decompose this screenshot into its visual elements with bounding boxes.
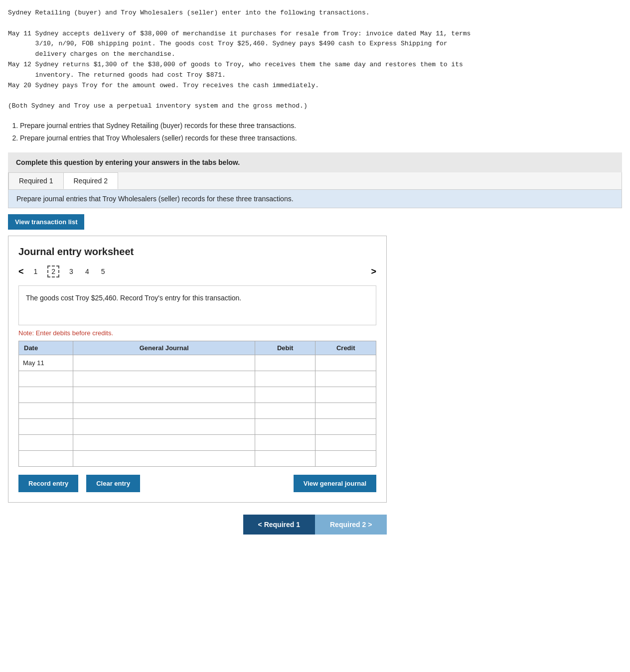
button-row: Record entry Clear entry View general jo… — [18, 475, 376, 492]
date-cell-6 — [19, 435, 73, 451]
journal-input-2[interactable] — [77, 375, 251, 383]
page-2[interactable]: 2 — [47, 266, 59, 277]
journal-cell-2[interactable] — [73, 371, 255, 387]
journal-cell-6[interactable] — [73, 435, 255, 451]
clear-entry-button[interactable]: Clear entry — [86, 475, 140, 492]
date-cell-3 — [19, 387, 73, 403]
description-box: The goods cost Troy $25,460. Record Troy… — [18, 285, 376, 325]
debit-cell-7[interactable] — [255, 451, 315, 467]
note-text: Note: Enter debits before credits. — [18, 329, 376, 337]
journal-cell-3[interactable] — [73, 387, 255, 403]
credit-cell-2[interactable] — [315, 371, 376, 387]
credit-input-4[interactable] — [319, 407, 372, 414]
debit-cell-6[interactable] — [255, 435, 315, 451]
table-row — [19, 387, 376, 403]
col-header-credit: Credit — [315, 341, 376, 355]
debit-cell-4[interactable] — [255, 403, 315, 419]
worksheet-container: Journal entry worksheet < 1 2 3 4 5 > Th… — [8, 236, 387, 503]
table-row — [19, 419, 376, 435]
prev-page-button[interactable]: < — [18, 267, 24, 277]
date-cell-2 — [19, 371, 73, 387]
next-page-button[interactable]: > — [371, 267, 376, 277]
credit-input-5[interactable] — [319, 423, 372, 430]
debit-input-3[interactable] — [259, 391, 312, 399]
record-entry-button[interactable]: Record entry — [18, 475, 78, 492]
intro-text: Sydney Retailing (buyer) and Troy Wholes… — [8, 8, 622, 112]
instructions: Prepare journal entries that Sydney Reta… — [8, 120, 622, 144]
debit-cell-5[interactable] — [255, 419, 315, 435]
debit-input-6[interactable] — [259, 439, 312, 446]
debit-input-7[interactable] — [259, 455, 312, 462]
nav-row: < 1 2 3 4 5 > — [18, 266, 376, 277]
debit-input-5[interactable] — [259, 423, 312, 430]
journal-input-7[interactable] — [77, 455, 251, 462]
journal-input-1[interactable] — [77, 359, 251, 367]
col-header-debit: Debit — [255, 341, 315, 355]
journal-cell-7[interactable] — [73, 451, 255, 467]
journal-cell-4[interactable] — [73, 403, 255, 419]
page-1[interactable]: 1 — [32, 267, 40, 276]
credit-input-6[interactable] — [319, 439, 372, 446]
debit-input-4[interactable] — [259, 407, 312, 414]
table-row — [19, 451, 376, 467]
worksheet-title: Journal entry worksheet — [18, 246, 376, 258]
col-header-date: Date — [19, 341, 73, 355]
journal-input-5[interactable] — [77, 423, 251, 430]
instruction-2: Prepare journal entries that Troy Wholes… — [20, 132, 622, 144]
date-cell-5 — [19, 419, 73, 435]
tabs-row: Required 1 Required 2 — [8, 172, 622, 190]
credit-input-1[interactable] — [319, 359, 372, 367]
complete-box: Complete this question by entering your … — [8, 152, 622, 172]
credit-cell-4[interactable] — [315, 403, 376, 419]
tab-content: Prepare journal entries that Troy Wholes… — [8, 190, 622, 208]
tabs-container: Required 1 Required 2 Prepare journal en… — [8, 172, 622, 208]
table-row — [19, 435, 376, 451]
debit-cell-1[interactable] — [255, 355, 315, 371]
bottom-next-button[interactable]: Required 2 > — [315, 515, 387, 535]
credit-cell-1[interactable] — [315, 355, 376, 371]
credit-input-2[interactable] — [319, 375, 372, 383]
bottom-prev-button[interactable]: < Required 1 — [243, 515, 315, 535]
page-3[interactable]: 3 — [67, 267, 75, 276]
table-row: May 11 — [19, 355, 376, 371]
journal-input-3[interactable] — [77, 391, 251, 399]
debit-cell-2[interactable] — [255, 371, 315, 387]
credit-cell-5[interactable] — [315, 419, 376, 435]
view-general-journal-button[interactable]: View general journal — [294, 475, 376, 492]
journal-table: Date General Journal Debit Credit May 11 — [18, 341, 376, 467]
debit-input-2[interactable] — [259, 375, 312, 383]
credit-cell-6[interactable] — [315, 435, 376, 451]
credit-input-7[interactable] — [319, 455, 372, 462]
credit-cell-3[interactable] — [315, 387, 376, 403]
page-5[interactable]: 5 — [99, 267, 107, 276]
col-header-journal: General Journal — [73, 341, 255, 355]
table-row — [19, 403, 376, 419]
view-transaction-button[interactable]: View transaction list — [8, 214, 84, 230]
debit-cell-3[interactable] — [255, 387, 315, 403]
instruction-1: Prepare journal entries that Sydney Reta… — [20, 120, 622, 132]
journal-cell-5[interactable] — [73, 419, 255, 435]
journal-cell-1[interactable] — [73, 355, 255, 371]
tab-required-2[interactable]: Required 2 — [63, 172, 119, 189]
bottom-nav: < Required 1 Required 2 > — [8, 515, 622, 535]
table-row — [19, 371, 376, 387]
journal-input-6[interactable] — [77, 439, 251, 446]
date-cell-7 — [19, 451, 73, 467]
date-cell-1: May 11 — [19, 355, 73, 371]
credit-cell-7[interactable] — [315, 451, 376, 467]
page-4[interactable]: 4 — [83, 267, 91, 276]
journal-input-4[interactable] — [77, 407, 251, 414]
date-cell-4 — [19, 403, 73, 419]
debit-input-1[interactable] — [259, 359, 312, 367]
credit-input-3[interactable] — [319, 391, 372, 399]
tab-required-1[interactable]: Required 1 — [8, 172, 64, 189]
